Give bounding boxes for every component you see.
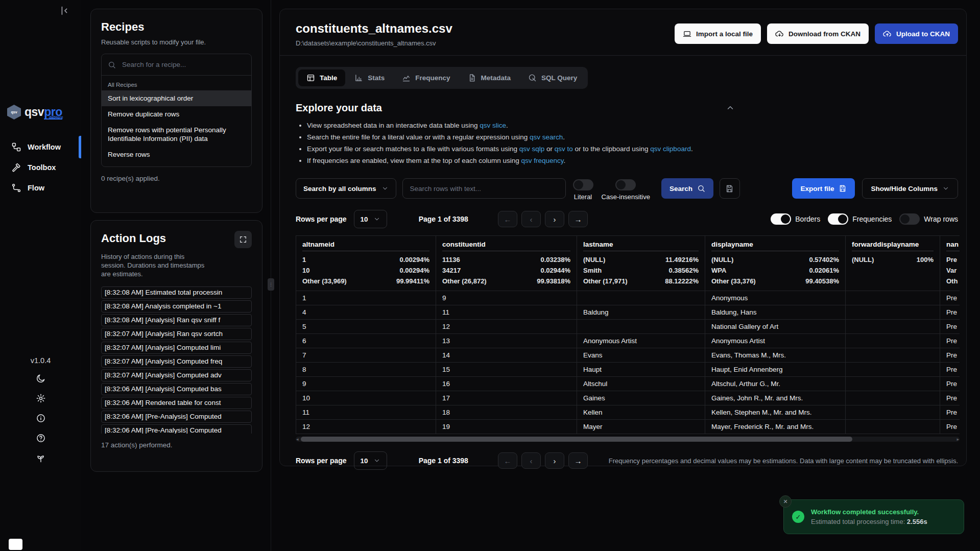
table-icon <box>306 74 315 82</box>
table-row[interactable]: 512National Gallery of ArtPre <box>296 320 960 334</box>
recipe-item-reverse-rows[interactable]: Reverse rows <box>102 147 251 162</box>
frequency-block: 10.00294%100.00294%Other (33,969)99.9941… <box>302 254 429 286</box>
table-cell: 1 <box>296 291 436 305</box>
upload-to-ckan-button[interactable]: Upload to CKAN <box>875 23 958 44</box>
recipe-list: All Recipes Sort in lexicographical orde… <box>102 76 251 166</box>
logo-text-main: qsv <box>25 105 44 118</box>
literal-toggle[interactable] <box>573 179 593 190</box>
table-cell: Pre <box>940 334 960 348</box>
panel-resize-handle[interactable]: ⋮ <box>268 278 274 291</box>
show-hide-columns-button[interactable]: Show/Hide Columns <box>862 178 958 199</box>
table-column-header-lastname: lastname(NULL)11.49216%Smith0.38562%Othe… <box>577 236 705 291</box>
frequencies-toggle[interactable] <box>828 213 848 225</box>
recipe-item-remove-rows-with-potential-per[interactable]: Remove rows with potential Personally Id… <box>102 122 251 147</box>
borders-toggle[interactable] <box>771 213 791 225</box>
table-row[interactable]: 1017GainesGaines, John R., Mr. and Mrs.P… <box>296 391 960 405</box>
next-page-button[interactable]: › <box>545 211 564 227</box>
qsv-doc-link[interactable]: qsv to <box>555 145 573 153</box>
view-toggles: BordersFrequenciesWrap rows <box>771 213 958 225</box>
sidebar-item-toolbox[interactable]: Toolbox <box>0 157 81 178</box>
search-button[interactable]: Search <box>661 178 713 199</box>
sidebar-item-flow[interactable]: Flow <box>0 178 81 198</box>
table-row[interactable]: 1219MayerMayer, Frederick R., Mr. and Mr… <box>296 420 960 434</box>
qsv-doc-link[interactable]: qsv frequency <box>521 157 564 164</box>
frequency-value: (NULL) <box>852 254 874 265</box>
tab-stats[interactable]: Stats <box>346 69 393 86</box>
collapse-sidebar-icon[interactable] <box>59 5 70 16</box>
download-from-ckan-button[interactable]: Download from CKAN <box>767 23 869 44</box>
recipe-search-input[interactable] <box>121 60 245 69</box>
expand-logs-button[interactable] <box>234 231 252 248</box>
frequency-value: Pre <box>946 254 957 265</box>
help-icon[interactable] <box>36 433 46 443</box>
frequency-pct: 100% <box>917 254 934 265</box>
prev-page-button[interactable]: ‹ <box>521 211 541 227</box>
save-search-button[interactable] <box>720 178 740 199</box>
recipe-search[interactable] <box>102 54 251 76</box>
export-file-button[interactable]: Export file <box>792 178 855 199</box>
horizontal-scrollbar[interactable]: ◂ ▸ <box>296 436 960 442</box>
info-icon[interactable] <box>36 413 46 423</box>
table-cell: Anonymous Artist <box>705 334 846 348</box>
frequency-value: Oth <box>946 276 958 286</box>
bullet-text: . <box>563 133 565 141</box>
table-cell <box>846 334 940 348</box>
table-search-input[interactable] <box>402 178 566 199</box>
wrap-rows-toggle[interactable] <box>899 213 920 225</box>
hammer-icon <box>11 162 21 173</box>
qsv-doc-link[interactable]: qsv clipboard <box>650 145 691 153</box>
tab-metadata[interactable]: Metadata <box>460 69 519 86</box>
last-page-button[interactable]: → <box>568 452 588 469</box>
qsv-doc-link[interactable]: qsv slice <box>480 122 506 129</box>
frequency-value: Other (26,872) <box>442 276 487 286</box>
table-cell: 12 <box>436 320 577 334</box>
close-icon[interactable]: ✕ <box>779 495 792 508</box>
frequency-block: (NULL)11.49216%Smith0.38562%Other (17,97… <box>583 254 699 286</box>
table-row[interactable]: 714EvansEvans, Thomas M., Mrs.Pre <box>296 348 960 363</box>
frequency-block: (NULL)100% <box>852 254 934 265</box>
rows-per-page-select[interactable]: 10 <box>354 451 387 470</box>
qsv-doc-link[interactable]: qsv search <box>530 133 563 141</box>
scroll-right-arrow-icon[interactable]: ▸ <box>957 436 959 442</box>
table-row[interactable]: 411BaldungBaldung, HansPre <box>296 305 960 320</box>
table-row[interactable]: 613Anonymous ArtistAnonymous ArtistPre <box>296 334 960 348</box>
case-insensitive-toggle[interactable] <box>615 179 636 190</box>
table-row[interactable]: 815HauptHaupt, Enid AnnenbergPre <box>296 363 960 377</box>
prev-page-button[interactable]: ‹ <box>521 452 541 469</box>
frequency-row: WPA0.02061% <box>711 265 839 276</box>
first-page-button[interactable]: ← <box>498 211 517 227</box>
sprout-icon[interactable] <box>36 453 46 463</box>
chevron-up-icon[interactable] <box>726 103 735 112</box>
table-cell: 9 <box>296 377 436 391</box>
qsv-doc-link[interactable]: qsv sqlp <box>519 145 545 153</box>
frequency-row: Oth <box>946 276 960 286</box>
last-page-button[interactable]: → <box>568 211 588 227</box>
dark-mode-icon[interactable] <box>36 373 46 384</box>
sidebar-item-workflow[interactable]: Workflow <box>0 137 81 157</box>
table-cell <box>577 320 705 334</box>
scroll-left-arrow-icon[interactable]: ◂ <box>296 436 299 442</box>
log-entry: [8:32:07 AM] [Analysis] Computed freq <box>101 355 252 368</box>
case-insensitive-toggle-group: Case-insensitive <box>602 179 650 201</box>
import-local-file-button[interactable]: Import a local file <box>675 23 761 44</box>
next-page-button[interactable]: › <box>545 452 564 469</box>
table-cell: Pre <box>940 305 960 320</box>
first-page-button[interactable]: ← <box>498 452 517 469</box>
recipe-item-sort-in-lexicographical-order[interactable]: Sort in lexicographical order <box>102 90 251 106</box>
recipe-item-remove-duplicate-rows[interactable]: Remove duplicate rows <box>102 106 251 122</box>
cloud-upload-icon <box>883 30 892 38</box>
tab-table[interactable]: Table <box>298 69 345 86</box>
settings-icon[interactable] <box>36 393 46 403</box>
tab-sql-query[interactable]: SQL Query <box>520 69 585 86</box>
main-content: constituents_altnames.csv D:\datasets\ex… <box>279 9 967 466</box>
rows-per-page-select[interactable]: 10 <box>354 210 387 228</box>
log-list[interactable]: [8:32:08 AM] Estimated total processin[8… <box>101 286 252 434</box>
table-row[interactable]: 19AnonymousPre <box>296 291 960 305</box>
table-row[interactable]: 1118KellenKellen, Stephen M., Mr. and Mr… <box>296 405 960 420</box>
table-row[interactable]: 916AltschulAltschul, Arthur G., Mr.Pre <box>296 377 960 391</box>
search-column-selector[interactable]: Search by all columns <box>296 178 396 199</box>
scrollbar-thumb[interactable] <box>301 437 852 442</box>
frequency-pct: 0.00294% <box>399 265 429 276</box>
tab-frequency[interactable]: Frequency <box>394 69 458 86</box>
recipes-panel: Recipes Reusable scripts to modify your … <box>90 9 262 213</box>
